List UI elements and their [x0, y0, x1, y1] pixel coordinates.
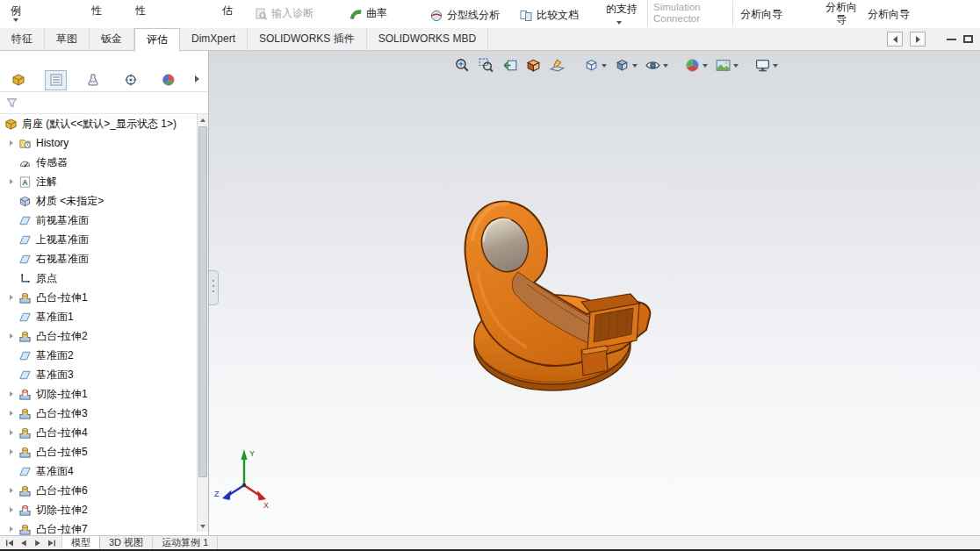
ribbon-partial-button[interactable]: 性: [91, 4, 102, 18]
tree-item[interactable]: 切除-拉伸2: [0, 500, 197, 519]
command-tab[interactable]: SOLIDWORKS MBD: [367, 28, 488, 51]
expand-arrow-icon[interactable]: [5, 179, 18, 184]
viewport-tool-button[interactable]: [611, 55, 640, 75]
reference-triad[interactable]: Y X Z: [214, 449, 269, 510]
expand-arrow-icon[interactable]: [5, 430, 18, 435]
tree-item[interactable]: 右视基准面: [0, 249, 197, 268]
viewport-tool-button[interactable]: [451, 55, 473, 75]
curvature-button[interactable]: 曲率: [349, 6, 387, 21]
command-tab[interactable]: 评估: [134, 28, 180, 52]
tree-item[interactable]: 基准面2: [0, 346, 197, 365]
restore-window-icon[interactable]: [963, 35, 973, 43]
tree-item[interactable]: 切除-拉伸1: [0, 384, 197, 404]
parting-line-analysis-button[interactable]: 分型线分析: [429, 8, 500, 23]
viewport-tool-button[interactable]: [499, 55, 521, 75]
scrollbar-thumb[interactable]: [198, 126, 207, 477]
analysis-wizard-button[interactable]: 分析向导: [740, 7, 782, 22]
expand-arrow-icon[interactable]: [5, 411, 18, 416]
expand-arrow-icon[interactable]: [5, 507, 18, 512]
tree-item[interactable]: 材质 <未指定>: [0, 191, 197, 211]
expand-arrow-icon[interactable]: [5, 333, 18, 339]
expand-arrow-icon[interactable]: [5, 449, 18, 454]
analysis-wizard-button[interactable]: 分析向导: [868, 7, 910, 22]
tree-item[interactable]: A 注解: [0, 172, 197, 191]
tree-item[interactable]: 凸台-拉伸3: [0, 404, 197, 423]
viewport-tool-button[interactable]: [475, 55, 497, 75]
panel-tab[interactable]: [157, 70, 179, 90]
tree-item[interactable]: 凸台-拉伸4: [0, 423, 197, 442]
ribbon-partial-button[interactable]: 例: [11, 4, 21, 18]
compare-docs-icon: [519, 9, 533, 23]
view-tab-nav-button[interactable]: [3, 537, 17, 549]
command-tab[interactable]: 草图: [45, 28, 90, 51]
command-tab[interactable]: DimXpert: [180, 28, 248, 51]
tree-item[interactable]: 基准面1: [0, 307, 197, 326]
ribbon-partial-button[interactable]: 估: [222, 4, 233, 18]
boss-extrude-icon: [18, 522, 32, 535]
minimize-icon[interactable]: [947, 39, 956, 40]
tree-item[interactable]: 凸台-拉伸6: [0, 481, 197, 500]
compare-documents-button[interactable]: 比较文档: [519, 8, 579, 23]
input-diagnostics-button[interactable]: 输入诊断: [254, 6, 313, 21]
view-tab[interactable]: 模型: [62, 536, 100, 549]
expand-arrow-icon[interactable]: [5, 295, 18, 300]
hide-show-items-icon: [645, 57, 661, 74]
view-tab-label: 运动算例 1: [162, 536, 208, 549]
expand-arrow-icon[interactable]: [5, 140, 18, 146]
command-tab[interactable]: 钣金: [90, 28, 134, 51]
viewport-tool-button[interactable]: [580, 55, 609, 75]
tree-item[interactable]: 凸台-拉伸1: [0, 288, 197, 307]
tree-item-label: 基准面3: [36, 368, 74, 383]
viewport-tool-button[interactable]: [522, 55, 544, 75]
tree-item[interactable]: 传感器: [0, 153, 197, 172]
tree-item[interactable]: 原点: [0, 268, 197, 288]
analysis-wizard-button[interactable]: 分析向导: [822, 1, 861, 25]
triangle-down-icon: [200, 525, 205, 528]
tree-root-item[interactable]: 肩座 (默认<<默认>_显示状态 1>): [0, 114, 197, 133]
command-tab[interactable]: SOLIDWORKS 插件: [248, 28, 367, 51]
view-tab-nav-button[interactable]: [17, 537, 31, 549]
boss-extrude-icon: [18, 406, 32, 420]
graphics-area[interactable]: Y X Z: [209, 51, 980, 535]
view-tab[interactable]: 运动算例 1: [153, 536, 218, 549]
viewport-tool-button[interactable]: [712, 55, 741, 75]
next-window-button[interactable]: [910, 32, 926, 47]
simulation-connector-button[interactable]: Simulation Connector: [653, 2, 729, 25]
expand-arrow-icon[interactable]: [5, 526, 18, 532]
tree-scrollbar[interactable]: [197, 114, 208, 532]
command-tab[interactable]: 特征: [0, 28, 45, 51]
previous-window-button[interactable]: [887, 32, 903, 47]
panel-splitter-grip[interactable]: [209, 270, 219, 305]
part-model[interactable]: Y X Z: [209, 51, 980, 535]
view-tab[interactable]: 3D 视图: [100, 536, 153, 549]
view-tab-nav-button[interactable]: [31, 537, 45, 549]
edit-appearance-icon: [684, 57, 701, 74]
expand-arrow-icon[interactable]: [5, 488, 18, 493]
scroll-up-button[interactable]: [198, 114, 208, 125]
panel-tab[interactable]: [8, 70, 30, 90]
viewport-tool-button[interactable]: [681, 55, 710, 75]
tree-item[interactable]: 前视基准面: [0, 211, 197, 230]
viewport-tool-button[interactable]: [546, 55, 568, 75]
panel-tab[interactable]: [45, 70, 67, 90]
panel-tab[interactable]: [83, 70, 104, 90]
ribbon-partial-button[interactable]: 性: [135, 4, 146, 18]
tree-item[interactable]: 基准面4: [0, 462, 197, 481]
tree-item[interactable]: 凸台-拉伸7: [0, 519, 197, 535]
tree-item[interactable]: 凸台-拉伸2: [0, 326, 197, 346]
tree-item[interactable]: 基准面3: [0, 365, 197, 384]
ribbon-partial-button[interactable]: 的支持: [606, 2, 638, 17]
expand-arrow-icon[interactable]: [5, 391, 18, 397]
panel-tab[interactable]: [120, 70, 142, 90]
tree-item[interactable]: 上视基准面: [0, 230, 197, 249]
tree-item[interactable]: History: [0, 133, 197, 153]
filter-bar: [4, 93, 18, 112]
scroll-down-button[interactable]: [198, 520, 208, 532]
viewport-tool-button[interactable]: [642, 55, 671, 75]
last-tab-icon: [47, 539, 56, 547]
viewport-tool-button[interactable]: [752, 55, 781, 75]
expand-panel-button[interactable]: [190, 72, 204, 86]
filter-funnel-icon[interactable]: [4, 96, 18, 110]
view-tab-nav-button[interactable]: [45, 537, 59, 549]
tree-item[interactable]: 凸台-拉伸5: [0, 442, 197, 462]
